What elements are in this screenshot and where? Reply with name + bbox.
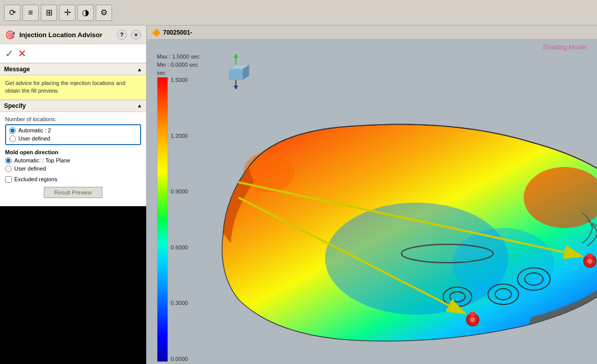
num-locations-label: Number of locations: bbox=[5, 116, 141, 122]
excluded-regions-checkbox[interactable] bbox=[5, 176, 12, 183]
radio-auto-top-label: Automatic: : Top Plane bbox=[14, 157, 70, 163]
radio-user-defined-input[interactable] bbox=[9, 135, 16, 142]
radio-automatic-input[interactable] bbox=[9, 127, 16, 134]
3d-part bbox=[222, 124, 597, 341]
split-btn[interactable]: ⊞ bbox=[41, 5, 57, 21]
svg-point-26 bbox=[587, 259, 592, 264]
viewport-area[interactable]: 🔶 70025001- Shading Model Max : 1.5000 s… bbox=[147, 25, 597, 364]
close-button[interactable]: × bbox=[131, 30, 141, 40]
num-locations-box: Automatic : 2 User defined bbox=[5, 124, 141, 145]
radio-user-defined2-label: User defined bbox=[14, 165, 46, 172]
svg-rect-21 bbox=[470, 312, 475, 316]
radio-auto-top[interactable]: Automatic: : Top Plane bbox=[5, 157, 141, 164]
message-section-header[interactable]: Message ▲ bbox=[0, 63, 146, 75]
mold-direction-label: Mold open direction bbox=[5, 149, 141, 155]
main-area: 🎯 Injection Location Advisor ? × ✓ ✕ Mes… bbox=[0, 25, 597, 364]
specify-section-header[interactable]: Specify ▲ bbox=[0, 100, 146, 112]
excluded-regions-label: Excluded regions bbox=[14, 176, 57, 182]
message-header-label: Message bbox=[4, 66, 30, 73]
viewport-filename: 70025001- bbox=[163, 29, 192, 36]
radio-auto-top-input[interactable] bbox=[5, 157, 12, 164]
specify-collapse-icon: ▲ bbox=[137, 103, 142, 108]
message-collapse-icon: ▲ bbox=[137, 67, 142, 72]
message-content: Get advice for placing the injection loc… bbox=[0, 75, 146, 100]
cancel-button[interactable]: ✕ bbox=[18, 47, 26, 60]
specify-content: Number of locations: Automatic : 2 User … bbox=[0, 112, 146, 206]
left-panel: 🎯 Injection Location Advisor ? × ✓ ✕ Mes… bbox=[0, 25, 147, 364]
crosshair-btn[interactable]: ✛ bbox=[59, 5, 75, 21]
toolbar: ⟳ ≡ ⊞ ✛ ◑ ⚙ bbox=[0, 0, 597, 25]
radio-user-defined-label: User defined bbox=[18, 135, 50, 142]
preview-area bbox=[0, 206, 146, 364]
refresh-btn[interactable]: ⟳ bbox=[4, 5, 20, 21]
ok-button[interactable]: ✓ bbox=[5, 47, 14, 60]
message-text: Get advice for placing the injection loc… bbox=[5, 80, 125, 94]
panel-icon: 🎯 bbox=[5, 30, 15, 40]
result-preview-button[interactable]: Result Preview bbox=[44, 187, 102, 198]
radio-user-defined[interactable]: User defined bbox=[9, 135, 137, 142]
radio-automatic-label: Automatic : 2 bbox=[18, 127, 51, 133]
panel-header: 🎯 Injection Location Advisor ? × bbox=[0, 25, 146, 44]
settings-btn[interactable]: ⚙ bbox=[96, 5, 112, 21]
display-btn[interactable]: ◑ bbox=[77, 5, 94, 21]
part-canvas-svg bbox=[147, 40, 597, 364]
radio-user-defined2-input[interactable] bbox=[5, 165, 12, 172]
excluded-regions-row[interactable]: Excluded regions bbox=[5, 176, 141, 183]
svg-point-9 bbox=[243, 152, 294, 192]
panel-title: Injection Location Advisor bbox=[19, 31, 113, 39]
radio-automatic[interactable]: Automatic : 2 bbox=[9, 127, 137, 134]
svg-point-22 bbox=[470, 317, 475, 322]
radio-user-defined2[interactable]: User defined bbox=[5, 165, 141, 172]
viewport-topbar: 🔶 70025001- bbox=[147, 25, 597, 40]
file-icon: 🔶 bbox=[152, 29, 160, 37]
svg-rect-25 bbox=[587, 254, 592, 258]
specify-header-label: Specify bbox=[4, 102, 26, 109]
help-button[interactable]: ? bbox=[117, 30, 127, 40]
action-buttons: ✓ ✕ bbox=[0, 44, 146, 63]
mold-direction-group: Automatic: : Top Plane User defined bbox=[5, 157, 141, 172]
list-btn[interactable]: ≡ bbox=[22, 5, 39, 21]
